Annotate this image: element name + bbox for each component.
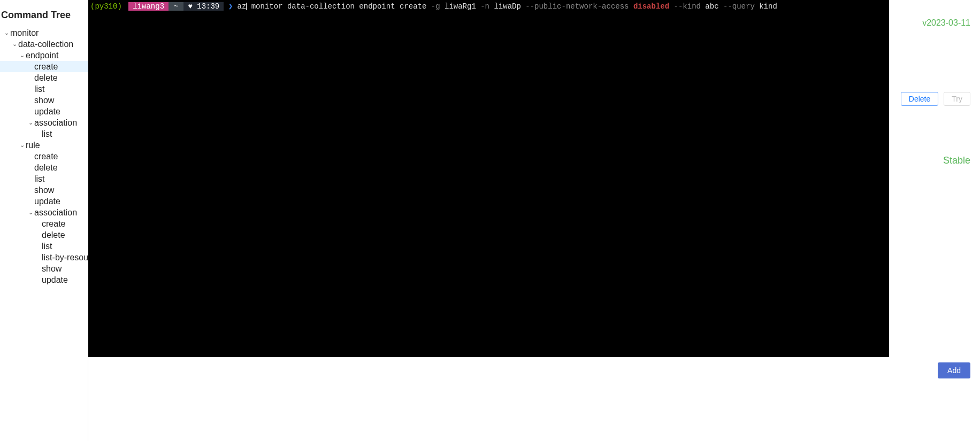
tree-node-rule-association[interactable]: ⌄ association — [0, 207, 88, 218]
tree-label: monitor — [10, 28, 39, 38]
tree-label: delete — [34, 73, 58, 83]
terminal-user-segment: liwang3 — [128, 2, 169, 11]
right-panel: v2023-03-11 Delete Try Stable — [889, 0, 980, 357]
chevron-down-icon: ⌄ — [11, 41, 18, 48]
terminal-value: liwaDp — [494, 2, 520, 11]
tree-leaf-rule-show[interactable]: show — [0, 184, 88, 196]
terminal-flag: --public-network-access — [525, 2, 629, 11]
tree-leaf-rule-association-update[interactable]: update — [0, 274, 88, 285]
terminal-value: kind — [759, 2, 777, 11]
tree-leaf-rule-create[interactable]: create — [0, 151, 88, 162]
terminal-time-segment: ♥ 13:39 — [183, 2, 224, 11]
tree-leaf-endpoint-list[interactable]: list — [0, 83, 88, 95]
tree-label: list — [42, 242, 52, 251]
terminal-home-segment: ~ — [169, 2, 183, 11]
tree-leaf-rule-association-delete[interactable]: delete — [0, 229, 88, 241]
tree-leaf-rule-association-create[interactable]: create — [0, 218, 88, 229]
bottom-row: Add — [88, 357, 980, 441]
tree-node-rule[interactable]: ⌄ rule — [0, 140, 88, 151]
tree-leaf-rule-association-show[interactable]: show — [0, 263, 88, 274]
terminal-flag: --kind — [674, 2, 701, 11]
terminal[interactable]: (py310) liwang3~♥ 13:39 ❯ az monitor dat… — [88, 0, 889, 357]
tree-leaf-rule-association-list-by-resource[interactable]: list-by-resource — [0, 252, 88, 263]
terminal-flag: --query — [723, 2, 755, 11]
tree-node-endpoint-association[interactable]: ⌄ association — [0, 117, 88, 128]
add-button[interactable]: Add — [938, 362, 970, 378]
tree-label: create — [42, 219, 65, 229]
terminal-cmd: monitor data-collection endpoint create — [251, 2, 427, 11]
terminal-value: disabled — [633, 2, 669, 11]
tree-label: rule — [26, 141, 40, 150]
try-button[interactable]: Try — [944, 92, 970, 106]
heart-icon: ♥ — [188, 2, 192, 11]
tree-node-endpoint[interactable]: ⌄ endpoint — [0, 50, 88, 61]
terminal-cursor — [246, 3, 247, 10]
terminal-value: liwaRg1 — [445, 2, 476, 11]
terminal-row: (py310) liwang3~♥ 13:39 ❯ az monitor dat… — [88, 0, 980, 357]
tree-leaf-endpoint-delete[interactable]: delete — [0, 72, 88, 83]
version-label: v2023-03-11 — [922, 18, 970, 28]
tree-label: data-collection — [18, 40, 73, 49]
tree-label: show — [34, 185, 54, 195]
tree-leaf-rule-delete[interactable]: delete — [0, 162, 88, 173]
tree-node-data-collection[interactable]: ⌄ data-collection — [0, 38, 88, 50]
tree-label: update — [42, 275, 68, 285]
prompt-arrow-icon: ❯ — [224, 2, 237, 11]
chevron-down-icon: ⌄ — [18, 52, 26, 59]
tree-leaf-endpoint-show[interactable]: show — [0, 95, 88, 106]
tree-leaf-endpoint-association-list[interactable]: list — [0, 128, 88, 140]
command-tree-sidebar: Command Tree ⌄ monitor ⌄ data-collection… — [0, 0, 88, 441]
tree-node-monitor[interactable]: ⌄ monitor — [0, 27, 88, 38]
tree-label: list — [42, 129, 52, 139]
chevron-down-icon: ⌄ — [27, 119, 34, 126]
stability-status: Stable — [943, 155, 970, 166]
tree-leaf-endpoint-update[interactable]: update — [0, 106, 88, 117]
tree-label: list — [34, 174, 45, 184]
tree-label: show — [34, 96, 54, 105]
tree-label: association — [34, 118, 77, 128]
terminal-time: 13:39 — [197, 2, 219, 11]
tree-label: list-by-resource — [42, 253, 88, 262]
terminal-flag: -g — [431, 2, 440, 11]
tree-label: list — [34, 84, 45, 94]
tree-leaf-endpoint-create[interactable]: create — [0, 61, 88, 72]
terminal-value: abc — [705, 2, 718, 11]
sidebar-title: Command Tree — [0, 3, 88, 27]
tree-leaf-rule-list[interactable]: list — [0, 173, 88, 184]
terminal-env: (py310) — [90, 2, 122, 11]
tree-label: create — [34, 152, 58, 161]
terminal-cmd-az: az — [238, 2, 247, 11]
tree-label: create — [34, 62, 58, 72]
tree-leaf-rule-association-list[interactable]: list — [0, 241, 88, 252]
delete-button[interactable]: Delete — [901, 92, 938, 106]
tree-label: delete — [42, 230, 65, 240]
tree-leaf-rule-update[interactable]: update — [0, 196, 88, 207]
tree-label: update — [34, 107, 60, 117]
chevron-down-icon: ⌄ — [18, 142, 26, 149]
chevron-down-icon: ⌄ — [3, 29, 10, 36]
tree-label: delete — [34, 163, 58, 173]
action-button-row: Delete Try — [901, 92, 970, 106]
tree-label: update — [34, 197, 60, 206]
tree-label: association — [34, 208, 77, 218]
tree-label: endpoint — [26, 51, 58, 60]
tree-label: show — [42, 264, 62, 274]
chevron-down-icon: ⌄ — [27, 209, 34, 216]
main-area: (py310) liwang3~♥ 13:39 ❯ az monitor dat… — [88, 0, 980, 441]
terminal-flag: -n — [480, 2, 489, 11]
